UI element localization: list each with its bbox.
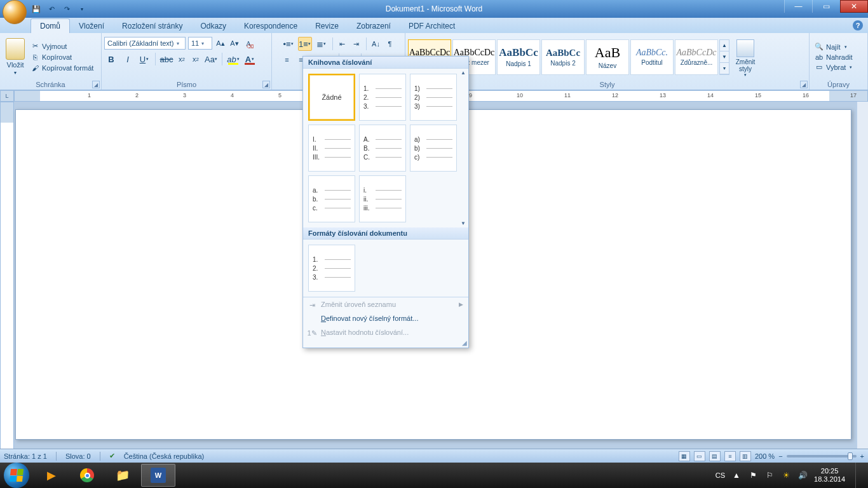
help-icon[interactable]: ?: [853, 20, 863, 30]
view-outline[interactable]: ≡: [724, 451, 736, 461]
styles-dialog-launcher[interactable]: ◢: [800, 81, 808, 88]
find-button[interactable]: 🔍Najít▾: [815, 43, 853, 51]
format-painter-button[interactable]: 🖌Kopírovat formát: [31, 64, 93, 72]
close-button[interactable]: ✕: [840, 0, 868, 13]
taskbar-explorer[interactable]: 📁: [105, 464, 140, 487]
superscript-button[interactable]: x2: [190, 53, 201, 65]
style-item[interactable]: AaBbCcDcZdůrazně...: [675, 39, 718, 75]
font-size-combo[interactable]: 11▾: [188, 37, 212, 50]
copy-button[interactable]: ⎘Kopírovat: [31, 53, 93, 62]
decrease-indent-button[interactable]: ⇤: [337, 37, 348, 50]
style-item[interactable]: AaBbCcNadpis 2: [541, 39, 585, 75]
zoom-slider[interactable]: [787, 455, 857, 458]
redo-button[interactable]: ↷: [61, 3, 72, 15]
view-print-layout[interactable]: ▦: [679, 451, 690, 461]
save-button[interactable]: 💾: [31, 3, 42, 15]
numbering-option[interactable]: 1.2.3.: [359, 74, 406, 121]
tray-power-icon[interactable]: ☀: [781, 470, 791, 480]
view-full-screen[interactable]: ▭: [694, 451, 705, 461]
taskbar-word[interactable]: W: [141, 464, 175, 487]
clear-formatting-button[interactable]: A⌫: [243, 37, 254, 50]
styles-more[interactable]: ▾: [720, 63, 729, 74]
sort-button[interactable]: A↓: [370, 37, 382, 50]
tab-references[interactable]: Odkazy: [191, 19, 235, 33]
tab-view[interactable]: Zobrazení: [348, 19, 400, 33]
tray-volume-icon[interactable]: 🔊: [797, 470, 808, 480]
tab-selector[interactable]: L: [0, 90, 14, 102]
strikethrough-button[interactable]: abc: [159, 52, 173, 66]
undo-button[interactable]: ↶: [46, 3, 57, 15]
numbering-option[interactable]: A.B.C.: [359, 125, 406, 172]
font-dialog-launcher[interactable]: ◢: [262, 81, 270, 88]
change-styles-button[interactable]: Změnit styly ▾: [732, 37, 759, 78]
bullets-button[interactable]: •≡▾: [281, 37, 295, 51]
tab-page-layout[interactable]: Rozložení stránky: [113, 19, 191, 33]
align-left-button[interactable]: ≡: [281, 53, 293, 66]
tab-review[interactable]: Revize: [306, 19, 348, 33]
vertical-scrollbar[interactable]: [857, 102, 868, 452]
tray-flag-icon[interactable]: ⚑: [748, 470, 758, 480]
vertical-ruler[interactable]: [0, 102, 14, 452]
numbering-button[interactable]: 1≡▾: [298, 37, 312, 51]
office-button[interactable]: [3, 0, 27, 24]
grow-font-button[interactable]: A▴: [215, 37, 226, 50]
styles-up[interactable]: ▲: [720, 40, 729, 51]
bold-button[interactable]: B: [104, 52, 118, 66]
status-words[interactable]: Slova: 0: [65, 452, 91, 460]
numbering-option[interactable]: a.b.c.: [308, 175, 355, 222]
shrink-font-button[interactable]: A▾: [229, 37, 240, 50]
gallery-up[interactable]: ▲: [461, 70, 466, 76]
numbering-option[interactable]: I.II.III.: [308, 125, 355, 172]
numbering-option[interactable]: 1.2.3.: [308, 245, 355, 292]
show-desktop-button[interactable]: [855, 463, 862, 488]
proofing-icon[interactable]: ✔: [109, 452, 115, 460]
taskbar-media-player[interactable]: ▶: [34, 464, 69, 487]
select-button[interactable]: ▭Vybrat▾: [815, 63, 853, 72]
style-item[interactable]: AaBNázev: [586, 39, 629, 75]
view-draft[interactable]: ▥: [740, 451, 751, 461]
gallery-down[interactable]: ▼: [461, 220, 466, 226]
tray-language[interactable]: CS: [715, 471, 725, 479]
cut-button[interactable]: ✂Vyjmout: [31, 42, 93, 51]
numbering-option[interactable]: 1)2)3): [410, 74, 457, 121]
style-item[interactable]: AaBbCcNadpis 1: [497, 39, 540, 75]
zoom-in[interactable]: +: [860, 452, 864, 460]
change-case-button[interactable]: Aa▾: [204, 52, 218, 66]
tab-insert[interactable]: Vložení: [70, 19, 113, 33]
tab-home[interactable]: Domů: [31, 18, 70, 33]
view-web-layout[interactable]: ▤: [709, 451, 721, 461]
tab-pdf-architect[interactable]: PDF Architect: [400, 19, 464, 33]
dropdown-resize-grip[interactable]: ◢: [303, 339, 468, 348]
tray-clock[interactable]: 20:25 18.3.2014: [814, 467, 845, 484]
minimize-button[interactable]: —: [784, 0, 812, 13]
tray-action-center-icon[interactable]: ⚐: [764, 470, 775, 480]
maximize-button[interactable]: ▭: [812, 0, 840, 13]
start-button[interactable]: [4, 463, 29, 488]
highlight-button[interactable]: ab▾: [226, 52, 240, 66]
clipboard-dialog-launcher[interactable]: ◢: [92, 81, 100, 88]
subscript-button[interactable]: x2: [176, 53, 187, 65]
qat-customize[interactable]: ▾: [76, 3, 88, 15]
paste-button[interactable]: Vložit ▾: [3, 36, 28, 78]
font-name-combo[interactable]: Calibri (Základní text)▾: [104, 37, 186, 50]
replace-button[interactable]: abNahradit: [815, 53, 853, 62]
font-color-button[interactable]: A▾: [243, 52, 257, 66]
status-language[interactable]: Čeština (Česká republika): [124, 452, 205, 460]
italic-button[interactable]: I: [121, 52, 135, 66]
zoom-percent[interactable]: 200 %: [755, 452, 775, 460]
show-marks-button[interactable]: ¶: [384, 37, 396, 50]
increase-indent-button[interactable]: ⇥: [351, 37, 362, 50]
styles-down[interactable]: ▼: [720, 51, 729, 63]
numbering-option[interactable]: i.ii.iii.: [359, 175, 406, 222]
numbering-option[interactable]: Žádné: [308, 74, 355, 121]
underline-button[interactable]: U▾: [137, 52, 151, 66]
multilevel-list-button[interactable]: ≣▾: [315, 37, 329, 51]
zoom-out[interactable]: −: [778, 452, 782, 460]
tab-mailings[interactable]: Korespondence: [235, 19, 306, 33]
status-page[interactable]: Stránka: 1 z 1: [4, 452, 47, 460]
tray-show-hidden[interactable]: ▲: [731, 470, 742, 480]
define-new-format-menuitem[interactable]: Definovat nový číselný formát...: [303, 311, 468, 325]
numbering-option[interactable]: a)b)c): [410, 125, 457, 172]
taskbar-chrome[interactable]: [70, 464, 104, 487]
style-item[interactable]: AaBbCc.Podtitul: [630, 39, 674, 75]
